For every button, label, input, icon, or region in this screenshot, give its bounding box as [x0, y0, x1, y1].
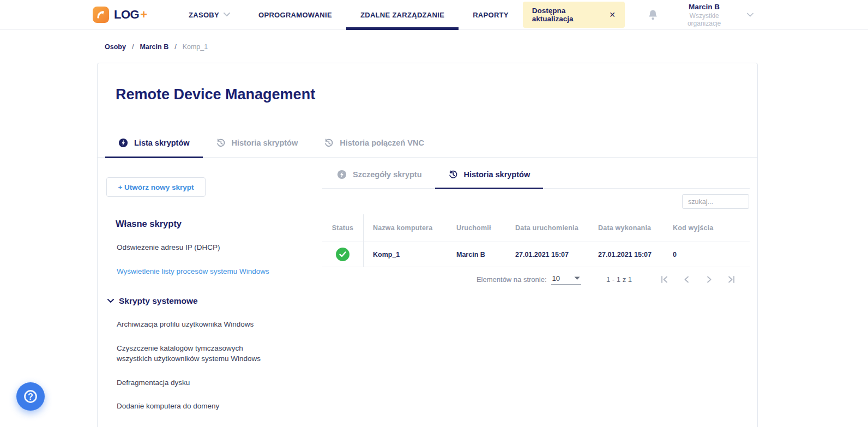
lightning-circle-icon — [337, 170, 347, 179]
script-item-dodanie-komputera[interactable]: Dodanie komputera do domeny — [117, 401, 269, 412]
user-info: Marcin B Wszystkie organizacje — [677, 3, 732, 27]
script-item-archiwizacja-profilu[interactable]: Archiwizacja profilu użytkownika Windows — [117, 319, 269, 330]
close-icon[interactable]: ✕ — [609, 10, 616, 19]
search-input[interactable] — [682, 194, 749, 209]
tab-szczegoly-skryptu[interactable]: Szczegóły skryptu — [324, 170, 435, 188]
question-mark-icon: ? — [22, 388, 39, 405]
table-header-row: Status Nazwa komputera Uruchomił Data ur… — [322, 214, 750, 242]
items-per-page-label: Elementów na stronie: — [477, 275, 547, 284]
script-detail-panel: Szczegóły skryptu Historia skryptów Stat… — [322, 158, 750, 427]
lightning-circle-icon — [118, 138, 128, 148]
tab-label: Historia skryptów — [232, 139, 298, 147]
tab-label: Szczegóły skryptu — [353, 170, 422, 179]
history-icon — [324, 138, 334, 148]
column-header-kod-wyjscia: Kod wyjścia — [664, 224, 750, 232]
notifications-bell-icon[interactable] — [648, 9, 658, 21]
nav-item-zdalne-zarzadzanie[interactable]: ZDALNE ZARZĄDZANIE — [346, 0, 459, 30]
items-per-page-select[interactable]: 10 — [551, 274, 581, 285]
nav-item-zasoby[interactable]: ZASOBY — [174, 0, 244, 30]
breadcrumb-komp-1: Komp_1 — [183, 43, 208, 51]
nav-label: OPROGRAMOWANIE — [258, 11, 332, 19]
next-page-icon[interactable] — [705, 275, 713, 284]
pagination: Elementów na stronie: 10 1 - 1 z 1 — [322, 274, 750, 285]
tab-label: Lista skryptów — [134, 139, 190, 147]
detail-tab-bar: Szczegóły skryptu Historia skryptów — [322, 170, 750, 189]
status-cell — [322, 242, 364, 267]
start-date-cell: 27.01.2021 15:07 — [506, 251, 589, 258]
svg-text:?: ? — [28, 392, 33, 401]
column-header-uruchomil: Uruchomił — [447, 224, 506, 232]
update-banner: Dostępna aktualizacja ✕ — [523, 2, 625, 28]
last-page-icon[interactable] — [727, 275, 736, 284]
script-item-defragmentacja-dysku[interactable]: Defragmentacja dysku — [117, 377, 269, 388]
pagination-range: 1 - 1 z 1 — [606, 275, 632, 284]
pager-controls — [660, 275, 750, 284]
nav-label: ZASOBY — [189, 11, 219, 19]
top-bar-right: Dostępna aktualizacja ✕ Marcin B Wszystk… — [523, 2, 754, 28]
scripts-panel: + Utwórz nowy skrypt Własne skrypty Odśw… — [105, 158, 322, 427]
script-item-czyszczenie-katalogow[interactable]: Czyszczenie katalogów tymczasowych wszys… — [117, 343, 269, 364]
chevron-down-icon — [747, 13, 754, 17]
breadcrumb-marcin-b[interactable]: Marcin B — [140, 43, 168, 51]
exec-date-cell: 27.01.2021 15:07 — [589, 251, 664, 258]
top-bar: LOG+ ZASOBY OPROGRAMOWANIE ZDALNE ZARZĄD… — [0, 0, 868, 30]
system-scripts-group-toggle[interactable]: Skrypty systemowe — [107, 296, 322, 306]
run-by-cell: Marcin B — [447, 251, 506, 258]
tab-label: Historia skryptów — [464, 170, 531, 179]
success-status-icon — [336, 248, 349, 261]
help-button[interactable]: ? — [16, 382, 45, 411]
system-scripts-heading: Skrypty systemowe — [119, 296, 198, 306]
user-organization: Wszystkie organizacje — [677, 12, 732, 27]
column-header-nazwa-komputera: Nazwa komputera — [364, 224, 447, 232]
computer-name-cell: Komp_1 — [364, 251, 447, 258]
remote-device-management-card: Remote Device Management Lista skryptów … — [97, 63, 758, 427]
tab-label: Historia połączeń VNC — [340, 139, 424, 147]
exit-code-cell: 0 — [664, 251, 750, 258]
breadcrumb-separator: / — [174, 43, 176, 51]
breadcrumb-osoby[interactable]: Osoby — [105, 43, 126, 51]
update-banner-label: Dostępna aktualizacja — [532, 7, 598, 23]
tab-historia-polaczen-vnc[interactable]: Historia połączeń VNC — [311, 138, 437, 157]
history-icon — [216, 138, 226, 148]
nav-label: ZDALNE ZARZĄDZANIE — [360, 11, 444, 19]
history-icon — [448, 170, 458, 179]
search-row — [322, 189, 750, 214]
tab-lista-skryptow[interactable]: Lista skryptów — [105, 138, 203, 157]
caret-down-icon — [574, 276, 580, 280]
column-header-data-uruchomienia: Data uruchomienia — [506, 224, 589, 232]
user-menu[interactable]: Marcin B Wszystkie organizacje — [677, 3, 754, 27]
user-name: Marcin B — [677, 3, 732, 11]
create-script-button[interactable]: + Utwórz nowy skrypt — [106, 177, 206, 197]
script-history-table: Status Nazwa komputera Uruchomił Data ur… — [322, 214, 750, 267]
previous-page-icon[interactable] — [683, 275, 691, 284]
script-item-odinstalowanie-oprogramowania[interactable]: Odinstalowanie wybranego oprogramowania — [117, 425, 269, 427]
nav-item-oprogramowanie[interactable]: OPROGRAMOWANIE — [244, 0, 346, 30]
chevron-down-icon — [224, 13, 230, 17]
table-row[interactable]: Komp_1 Marcin B 27.01.2021 15:07 27.01.2… — [322, 242, 750, 267]
logo-icon — [93, 7, 109, 23]
page-title: Remote Device Management — [116, 86, 757, 103]
column-header-status: Status — [322, 214, 364, 242]
breadcrumb: Osoby / Marcin B / Komp_1 — [105, 43, 868, 51]
main-nav: ZASOBY OPROGRAMOWANIE ZDALNE ZARZĄDZANIE… — [174, 0, 523, 30]
nav-label: RAPORTY — [473, 11, 509, 19]
script-item-odswiezenie-adresu-ip[interactable]: Odświeżenie adresu IP (DHCP) — [117, 242, 269, 253]
tab-historia-skryptow-detail[interactable]: Historia skryptów — [435, 170, 544, 188]
own-scripts-heading: Własne skrypty — [116, 219, 322, 229]
tab-historia-skryptow[interactable]: Historia skryptów — [203, 138, 311, 157]
chevron-down-icon — [107, 299, 114, 303]
main-tab-bar: Lista skryptów Historia skryptów Histori… — [98, 138, 757, 158]
script-item-wyswietlenie-listy-procesow[interactable]: Wyświetlenie listy procesów systemu Wind… — [117, 266, 269, 277]
logo-text: LOG+ — [114, 8, 147, 22]
column-header-data-wykonania: Data wykonania — [589, 224, 664, 232]
breadcrumb-separator: / — [132, 43, 134, 51]
first-page-icon[interactable] — [660, 275, 668, 284]
nav-item-raporty[interactable]: RAPORTY — [459, 0, 523, 30]
app-logo[interactable]: LOG+ — [93, 7, 147, 23]
items-per-page-value: 10 — [552, 274, 560, 282]
content-area: + Utwórz nowy skrypt Własne skrypty Odśw… — [98, 158, 757, 427]
